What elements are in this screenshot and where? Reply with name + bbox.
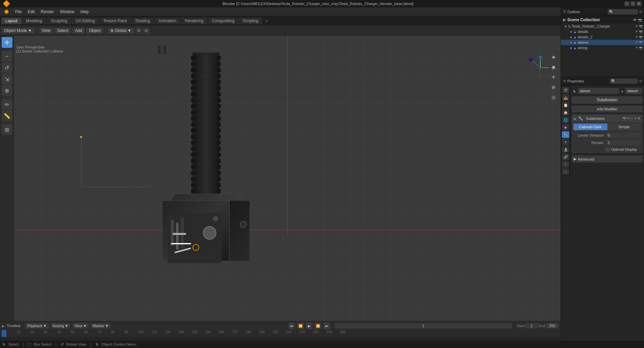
frame-start-field[interactable]: 1 xyxy=(525,323,538,328)
select-menu[interactable]: Select xyxy=(55,28,71,34)
viewport[interactable]: User Perspective (1) Scene Collection | … xyxy=(14,36,561,321)
marker-dropdown[interactable]: Marker ▼ xyxy=(91,323,111,328)
tab-compositing[interactable]: Compositing xyxy=(208,18,239,24)
outliner-item-details[interactable]: ▶ ▲ details 👁 📷 xyxy=(561,29,644,34)
outliner-search[interactable] xyxy=(608,9,638,14)
menu-file[interactable]: File xyxy=(12,9,24,15)
modifier-camera-icon[interactable]: 📷 xyxy=(622,117,626,120)
modifier-eye-icon[interactable]: 👁 xyxy=(627,117,630,120)
transform-pivot-gizmo[interactable]: ✛ xyxy=(549,73,558,81)
tab-scripting[interactable]: Scripting xyxy=(239,18,262,24)
render-value[interactable]: 2 xyxy=(606,140,641,145)
tab-add[interactable]: + xyxy=(263,18,271,24)
menu-window[interactable]: Window xyxy=(57,9,77,15)
view-menu[interactable]: View xyxy=(39,28,53,34)
world-tab[interactable]: 🌐 xyxy=(562,116,569,123)
frame-end-field[interactable]: 250 xyxy=(546,323,559,328)
modifier-edit-icon[interactable]: ✏ xyxy=(631,117,633,120)
item-render-3[interactable]: 📷 xyxy=(639,35,643,39)
menu-blender[interactable]: 🔶 xyxy=(1,9,12,15)
catmull-clark-button[interactable]: Catmull-Clark xyxy=(573,124,607,130)
properties-search-input[interactable] xyxy=(611,79,637,83)
maximize-button[interactable]: □ xyxy=(631,1,635,6)
menu-edit[interactable]: Edit xyxy=(25,9,37,15)
add-primitive-tool[interactable]: ⊞ xyxy=(2,124,12,135)
object-menu[interactable]: Object xyxy=(86,28,103,34)
rotate-tool[interactable]: ↺ xyxy=(2,62,12,73)
item-render[interactable]: 📷 xyxy=(639,25,643,28)
outliner-filter-icon[interactable]: ⊟ xyxy=(639,10,642,13)
tab-sculpting[interactable]: Sculpting xyxy=(47,18,71,24)
advanced-header[interactable]: ▶ Advanced xyxy=(572,155,643,163)
collection-render-icon[interactable]: 📷 xyxy=(638,18,642,22)
collection-expand-icon[interactable]: ▶ xyxy=(563,18,566,22)
object-name-field[interactable]: sleeve xyxy=(578,88,619,94)
modifier-close-icon[interactable]: ✕ xyxy=(638,117,640,120)
outliner-item-details2[interactable]: ▶ ▲ details_2 👁 📷 xyxy=(561,34,644,40)
item-render-5[interactable]: 📷 xyxy=(639,46,643,49)
move-tool[interactable]: ↔ xyxy=(2,51,12,62)
constraints-tab[interactable]: 🔗 xyxy=(562,153,569,160)
outliner-search-input[interactable] xyxy=(609,10,637,14)
modifier-down-icon[interactable]: ▼ xyxy=(634,117,637,120)
item-visibility-5[interactable]: 👁 xyxy=(635,46,638,49)
minimize-button[interactable]: ─ xyxy=(624,1,629,6)
playback-dropdown[interactable]: Playback ▼ xyxy=(25,323,49,328)
proportional-edit-icon[interactable]: ◎ xyxy=(143,27,150,34)
add-menu[interactable]: Add xyxy=(72,28,85,34)
outliner-item-sleeve[interactable]: ▶ ▲ sleeve 👁 📷 xyxy=(561,40,644,45)
optimal-display-checkbox[interactable] xyxy=(606,147,610,151)
proportional-edit-gizmo[interactable]: ◎ xyxy=(549,93,558,102)
object-tab[interactable]: ◆ xyxy=(562,124,569,131)
jump-to-start-button[interactable]: ⏮ xyxy=(288,322,295,329)
outliner-item-wiring[interactable]: ▶ ▲ wiring 👁 📷 xyxy=(561,45,644,50)
scene-tab[interactable]: 🏠 xyxy=(562,109,569,116)
transform-tool[interactable]: ⊕ xyxy=(2,85,12,96)
item-visibility-4[interactable]: 👁 xyxy=(635,41,638,44)
view-dropdown[interactable]: View ▼ xyxy=(72,323,89,328)
next-frame-button[interactable]: ⏩ xyxy=(315,322,321,329)
close-button[interactable]: ✕ xyxy=(637,1,641,6)
simple-button[interactable]: Simple xyxy=(607,124,641,130)
particles-tab[interactable]: ✦ xyxy=(562,139,569,145)
mode-selector[interactable]: Object Mode ▼ xyxy=(1,28,35,34)
snapping-gizmo[interactable]: ⊕ xyxy=(549,83,558,92)
tab-texture-paint[interactable]: Texture Paint xyxy=(99,18,131,24)
render-tab[interactable]: 🎬 xyxy=(562,87,569,94)
annotate-tool[interactable]: ✏ xyxy=(2,99,12,110)
item-render-2[interactable]: 📷 xyxy=(639,30,643,33)
measure-tool[interactable]: 📏 xyxy=(2,110,12,121)
modifier-expand-icon[interactable]: ▶ xyxy=(574,117,577,120)
tab-rendering[interactable]: Rendering xyxy=(181,18,207,24)
modifiers-tab active[interactable]: 🔧 xyxy=(562,131,569,138)
scale-tool[interactable]: ⇲ xyxy=(2,74,12,84)
viewport-mode-gizmo[interactable]: ◉ xyxy=(549,63,558,71)
properties-filter-icon[interactable]: ⊟ xyxy=(639,79,642,83)
tab-shading[interactable]: Shading xyxy=(131,18,154,24)
object-data-tab[interactable]: ▽ xyxy=(562,161,569,168)
mesh-name-field[interactable]: sleeve xyxy=(625,88,642,94)
add-modifier-button[interactable]: Add Modifier xyxy=(572,106,643,112)
jump-to-end-button[interactable]: ⏭ xyxy=(323,322,330,329)
play-button[interactable]: ▶ xyxy=(306,322,313,329)
current-frame-indicator[interactable] xyxy=(2,330,6,337)
levels-viewport-value[interactable]: 0 xyxy=(606,133,641,138)
keying-dropdown[interactable]: Keying ▼ xyxy=(51,323,71,328)
modifier-name-field[interactable]: Subdivision xyxy=(586,116,621,120)
current-frame-display[interactable]: 1 xyxy=(335,323,512,328)
timeline-ruler[interactable]: 1 10 20 30 40 50 60 70 80 90 100 110 120… xyxy=(0,330,561,337)
collection-hide-icon[interactable]: 👁 xyxy=(633,18,637,22)
tab-animation[interactable]: Animation xyxy=(154,18,180,24)
tab-uv-editing[interactable]: UV Editing xyxy=(72,18,99,24)
material-tab[interactable]: ⬭ xyxy=(562,168,569,175)
tab-modeling[interactable]: Modeling xyxy=(22,18,46,24)
physics-tab[interactable]: 🔬 xyxy=(562,146,569,153)
outliner-item-tesla[interactable]: ▶ ⊞ Tesla_Robotic_Charger 👁 📷 xyxy=(561,24,644,29)
menu-help[interactable]: Help xyxy=(78,9,92,15)
cursor-tool[interactable]: ✛ xyxy=(2,37,12,48)
menu-render[interactable]: Render xyxy=(38,9,57,15)
properties-search[interactable] xyxy=(610,78,638,84)
tab-layout[interactable]: Layout xyxy=(1,18,22,24)
item-render-4[interactable]: 📷 xyxy=(639,41,643,44)
snap-icon[interactable]: ⊙ xyxy=(136,27,142,34)
